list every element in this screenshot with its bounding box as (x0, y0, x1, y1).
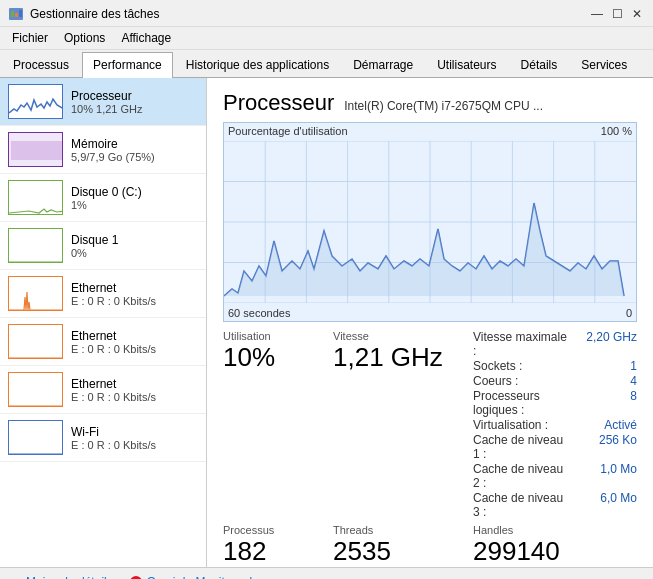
tab-demarrage[interactable]: Démarrage (342, 52, 424, 77)
tab-services[interactable]: Services (570, 52, 638, 77)
right-stat-row: Cache de niveau 3 :6,0 Mo (473, 491, 637, 519)
vitesse-block: Vitesse 1,21 GHz (333, 330, 473, 520)
sidebar-item-ethernet3[interactable]: Ethernet E : 0 R : 0 Kbits/s (0, 366, 206, 414)
svg-rect-3 (19, 10, 22, 17)
memory-thumb (8, 132, 63, 167)
right-stat-row: Vitesse maximale :2,20 GHz (473, 330, 637, 358)
ethernet2-label: Ethernet (71, 329, 198, 343)
disk0-info: Disque 0 (C:) 1% (71, 185, 198, 211)
cpu-chart: Pourcentage d'utilisation 100 % (223, 122, 637, 322)
threads-block: Threads 2535 (333, 524, 473, 567)
tab-processus[interactable]: Processus (2, 52, 80, 77)
processus-block: Processus 182 (223, 524, 333, 567)
close-button[interactable]: ✕ (629, 6, 645, 22)
chart-label-top-right: 100 % (601, 125, 632, 137)
sidebar-item-ethernet1[interactable]: Ethernet E : 0 R : 0 Kbits/s (0, 270, 206, 318)
maximize-button[interactable]: ☐ (609, 6, 625, 22)
processor-sublabel: 10% 1,21 GHz (71, 103, 198, 115)
right-stat-label: Cache de niveau 2 : (473, 462, 569, 490)
sidebar-item-processor[interactable]: Processeur 10% 1,21 GHz (0, 78, 206, 126)
memory-sublabel: 5,9/7,9 Go (75%) (71, 151, 198, 163)
svg-marker-20 (224, 203, 624, 296)
menu-fichier[interactable]: Fichier (4, 29, 56, 47)
svg-rect-2 (15, 13, 18, 17)
right-stat-row: Cache de niveau 1 :256 Ko (473, 433, 637, 461)
sidebar-item-disk0[interactable]: Disque 0 (C:) 1% (0, 174, 206, 222)
title-bar-controls: — ☐ ✕ (589, 6, 645, 22)
right-stat-value: 8 (577, 389, 637, 417)
tab-details[interactable]: Détails (510, 52, 569, 77)
right-stat-row: Processeurs logiques :8 (473, 389, 637, 417)
sidebar: Processeur 10% 1,21 GHz Mémoire 5,9/7,9 … (0, 78, 207, 567)
detail-subtitle: Intel(R) Core(TM) i7-2675QM CPU ... (344, 99, 543, 113)
bottom-bar: Moins de détails ⊙ Ouvrir le Moniteur de… (0, 567, 653, 579)
right-stat-value: 2,20 GHz (577, 330, 637, 358)
disk1-sublabel: 0% (71, 247, 198, 259)
disk1-thumb (8, 228, 63, 263)
right-stat-value: 256 Ko (577, 433, 637, 461)
open-monitor-label: Ouvrir le Moniteur de ressources (147, 575, 321, 580)
right-stat-label: Processeurs logiques : (473, 389, 569, 417)
processor-label: Processeur (71, 89, 198, 103)
less-details-button[interactable]: Moins de détails (8, 575, 113, 580)
open-monitor-button[interactable]: ⊙ Ouvrir le Moniteur de ressources (129, 575, 321, 580)
app-title: Gestionnaire des tâches (30, 7, 159, 21)
disk1-label: Disque 1 (71, 233, 198, 247)
chart-label-bottom-left: 60 secondes (228, 307, 290, 319)
detail-panel: Processeur Intel(R) Core(TM) i7-2675QM C… (207, 78, 653, 567)
wifi-sublabel: E : 0 R : 0 Kbits/s (71, 439, 198, 451)
wifi-label: Wi-Fi (71, 425, 198, 439)
right-stat-row: Cache de niveau 2 :1,0 Mo (473, 462, 637, 490)
utilisation-block: Utilisation 10% (223, 330, 333, 520)
ethernet1-sublabel: E : 0 R : 0 Kbits/s (71, 295, 198, 307)
sidebar-item-memory[interactable]: Mémoire 5,9/7,9 Go (75%) (0, 126, 206, 174)
right-stats-block: Vitesse maximale :2,20 GHzSockets :1Coeu… (473, 330, 637, 520)
minimize-button[interactable]: — (589, 6, 605, 22)
monitor-icon: ⊙ (129, 575, 143, 580)
right-stat-value: 6,0 Mo (577, 491, 637, 519)
disk0-thumb (8, 180, 63, 215)
menu-affichage[interactable]: Affichage (113, 29, 179, 47)
main-content: Processeur 10% 1,21 GHz Mémoire 5,9/7,9 … (0, 78, 653, 567)
tab-performance[interactable]: Performance (82, 52, 173, 78)
right-stat-value: 4 (577, 374, 637, 388)
sidebar-item-wifi[interactable]: Wi-Fi E : 0 R : 0 Kbits/s (0, 414, 206, 462)
utilisation-label: Utilisation (223, 330, 333, 342)
memory-info: Mémoire 5,9/7,9 Go (75%) (71, 137, 198, 163)
right-stat-value: Activé (577, 418, 637, 432)
right-stat-label: Coeurs : (473, 374, 518, 388)
tab-utilisateurs[interactable]: Utilisateurs (426, 52, 507, 77)
handles-label: Handles (473, 524, 613, 536)
handles-block: Handles 299140 (473, 524, 613, 567)
memory-label: Mémoire (71, 137, 198, 151)
utilisation-value: 10% (223, 342, 333, 373)
right-stat-label: Vitesse maximale : (473, 330, 569, 358)
sidebar-item-ethernet2[interactable]: Ethernet E : 0 R : 0 Kbits/s (0, 318, 206, 366)
detail-header: Processeur Intel(R) Core(TM) i7-2675QM C… (223, 90, 637, 116)
tab-historique[interactable]: Historique des applications (175, 52, 340, 77)
wifi-thumb (8, 420, 63, 455)
ethernet3-info: Ethernet E : 0 R : 0 Kbits/s (71, 377, 198, 403)
detail-title: Processeur (223, 90, 334, 116)
stats-row1: Utilisation 10% Vitesse 1,21 GHz Vitesse… (223, 330, 637, 520)
tab-bar: Processus Performance Historique des app… (0, 50, 653, 78)
processus-label: Processus (223, 524, 333, 536)
disk0-label: Disque 0 (C:) (71, 185, 198, 199)
right-stat-label: Cache de niveau 1 : (473, 433, 569, 461)
processor-thumb (8, 84, 63, 119)
wifi-info: Wi-Fi E : 0 R : 0 Kbits/s (71, 425, 198, 451)
ethernet3-sublabel: E : 0 R : 0 Kbits/s (71, 391, 198, 403)
threads-label: Threads (333, 524, 473, 536)
right-stat-value: 1 (577, 359, 637, 373)
ethernet1-info: Ethernet E : 0 R : 0 Kbits/s (71, 281, 198, 307)
ethernet1-thumb (8, 276, 63, 311)
processor-info: Processeur 10% 1,21 GHz (71, 89, 198, 115)
menu-options[interactable]: Options (56, 29, 113, 47)
title-bar-left: Gestionnaire des tâches (8, 6, 159, 22)
threads-value: 2535 (333, 536, 473, 567)
ethernet3-thumb (8, 372, 63, 407)
sidebar-item-disk1[interactable]: Disque 1 0% (0, 222, 206, 270)
right-stat-label: Sockets : (473, 359, 522, 373)
vitesse-label: Vitesse (333, 330, 473, 342)
title-bar: Gestionnaire des tâches — ☐ ✕ (0, 0, 653, 27)
